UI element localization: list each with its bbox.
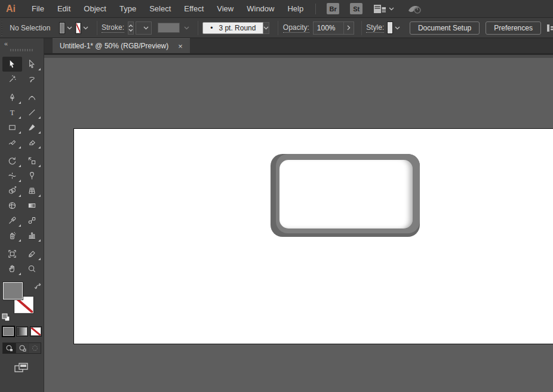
flyout-corner-icon	[19, 224, 21, 227]
stroke-width-stepper[interactable]	[128, 21, 134, 35]
toolbar-collapse-button[interactable]: «	[0, 38, 12, 47]
artboard-tool[interactable]	[2, 246, 22, 261]
fill-stroke-indicator	[2, 282, 42, 319]
brush-dropdown-button[interactable]	[263, 22, 269, 34]
flyout-corner-icon	[19, 180, 21, 182]
direct-selection-tool[interactable]	[22, 57, 42, 72]
none-button[interactable]	[30, 326, 42, 337]
blend-tool[interactable]	[22, 213, 42, 228]
opacity-panel-link[interactable]: Opacity:	[283, 23, 309, 33]
stroke-width-dropdown[interactable]	[136, 21, 152, 35]
fill-chevron-icon[interactable]	[67, 26, 72, 30]
brush-name: 3 pt. Round	[219, 24, 256, 32]
selection-tool[interactable]	[2, 57, 22, 72]
width-tool[interactable]	[2, 168, 22, 183]
brush-definition-field[interactable]: • 3 pt. Round	[202, 22, 263, 34]
share-icon[interactable]	[407, 4, 423, 14]
column-graph-tool[interactable]	[22, 228, 42, 243]
color-button[interactable]	[2, 326, 14, 337]
flyout-corner-icon	[38, 195, 41, 197]
flyout-corner-icon	[38, 165, 41, 167]
document-tab[interactable]: Untitled-1* @ 50% (RGB/Preview) ×	[53, 38, 190, 53]
preferences-button[interactable]: Preferences	[486, 21, 541, 35]
menu-edit[interactable]: Edit	[51, 4, 77, 13]
style-panel-link[interactable]: Style:	[366, 23, 384, 33]
chevron-down-icon	[389, 7, 394, 11]
tool-grid: T	[2, 57, 42, 276]
gradient-button[interactable]	[16, 326, 28, 337]
screen-mode-button[interactable]	[14, 362, 30, 374]
mesh-tool[interactable]	[2, 198, 22, 213]
draw-inside-button[interactable]	[28, 343, 41, 353]
menu-select[interactable]: Select	[143, 4, 177, 13]
default-fill-stroke-icon[interactable]	[2, 313, 10, 322]
style-chevron-icon[interactable]	[395, 26, 400, 30]
flyout-corner-icon	[38, 239, 41, 242]
opacity-field[interactable]: 100%	[313, 21, 354, 35]
menu-file[interactable]: File	[25, 4, 51, 13]
menu-help[interactable]: Help	[281, 4, 310, 13]
lasso-tool[interactable]	[22, 72, 42, 87]
toolbar-grip[interactable]	[10, 49, 34, 51]
flyout-corner-icon	[19, 146, 21, 149]
shape-builder-tool[interactable]	[2, 183, 22, 198]
scale-tool[interactable]	[22, 153, 42, 168]
stock-button[interactable]: St	[350, 3, 362, 14]
paintbrush-tool[interactable]	[22, 120, 42, 135]
flyout-corner-icon	[38, 146, 41, 149]
fill-proxy-swatch[interactable]	[3, 282, 23, 300]
gradient-tool[interactable]	[22, 198, 42, 213]
free-transform-tool[interactable]	[22, 168, 42, 183]
workspace-switcher-button[interactable]	[374, 5, 394, 13]
fill-color-swatch[interactable]	[60, 23, 64, 33]
flyout-corner-icon	[19, 116, 21, 119]
menu-type[interactable]: Type	[113, 4, 143, 13]
flyout-corner-icon	[19, 101, 21, 104]
menu-object[interactable]: Object	[77, 4, 113, 13]
pen-tool[interactable]	[2, 90, 22, 105]
draw-behind-button[interactable]	[16, 343, 28, 353]
align-panel-icon[interactable]	[546, 23, 553, 33]
magic-wand-tool[interactable]	[2, 72, 22, 87]
line-segment-tool[interactable]	[22, 105, 42, 120]
opacity-slider-arrow-icon[interactable]	[343, 22, 354, 34]
symbol-sprayer-tool[interactable]	[2, 228, 22, 243]
stroke-chevron-icon[interactable]	[83, 26, 88, 30]
hand-tool[interactable]	[2, 261, 22, 276]
graphic-style-swatch[interactable]	[388, 22, 392, 33]
slice-tool[interactable]	[22, 246, 42, 261]
tools-panel: « T	[0, 38, 44, 392]
width-profile-preview	[158, 23, 180, 33]
curvature-tool[interactable]	[22, 90, 42, 105]
stroke-color-swatch[interactable]	[76, 23, 81, 33]
document-setup-button[interactable]: Document Setup	[410, 21, 480, 35]
control-bar: No Selection Stroke: • 3 pt. Round Opaci…	[0, 18, 553, 38]
rotate-tool[interactable]	[2, 153, 22, 168]
close-icon[interactable]: ×	[178, 42, 183, 50]
stroke-panel-link[interactable]: Stroke:	[102, 23, 124, 33]
width-profile-chevron-icon	[184, 26, 189, 30]
bridge-button[interactable]: Br	[327, 3, 339, 14]
menu-effect[interactable]: Effect	[177, 4, 210, 13]
flyout-corner-icon	[19, 131, 21, 134]
perspective-grid-tool[interactable]	[22, 183, 42, 198]
eraser-tool[interactable]	[22, 135, 42, 150]
drawing-mode-buttons	[2, 342, 41, 354]
zoom-tool[interactable]	[22, 261, 42, 276]
flyout-corner-icon	[38, 258, 41, 260]
menu-view[interactable]: View	[210, 4, 240, 13]
swap-fill-stroke-icon[interactable]	[34, 283, 42, 291]
flyout-corner-icon	[38, 116, 41, 119]
rectangle-tool[interactable]	[2, 120, 22, 135]
canvas-pasteboard[interactable]	[44, 55, 553, 392]
shaper-tool[interactable]	[2, 135, 22, 150]
type-tool[interactable]: T	[2, 105, 22, 120]
panel-grip[interactable]	[1, 20, 2, 36]
eyedropper-tool[interactable]	[2, 213, 22, 228]
keycap-shape[interactable]	[271, 154, 420, 237]
selection-status: No Selection	[10, 24, 50, 32]
menu-window[interactable]: Window	[240, 4, 281, 13]
artboard[interactable]	[73, 128, 553, 344]
opacity-value[interactable]: 100%	[314, 24, 343, 32]
draw-normal-button[interactable]	[3, 343, 16, 353]
